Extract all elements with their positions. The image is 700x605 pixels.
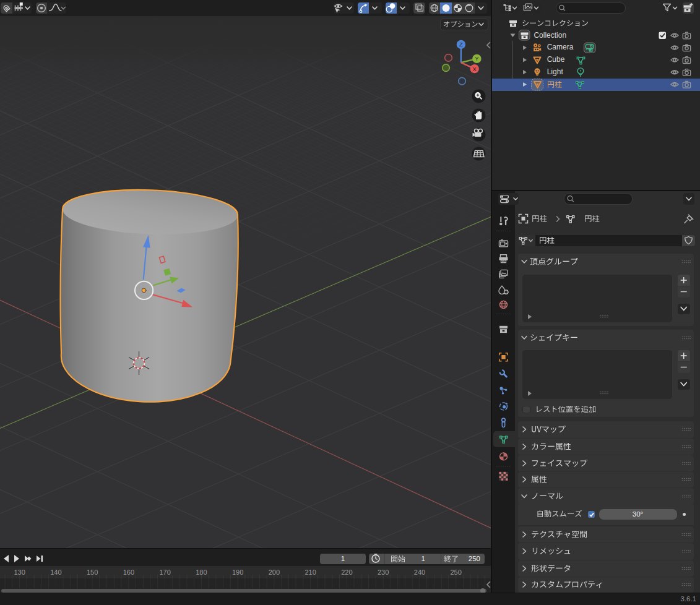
svg-text:X: X (473, 66, 477, 72)
svg-text:Y: Y (475, 55, 479, 62)
svg-text:Z: Z (459, 41, 463, 48)
